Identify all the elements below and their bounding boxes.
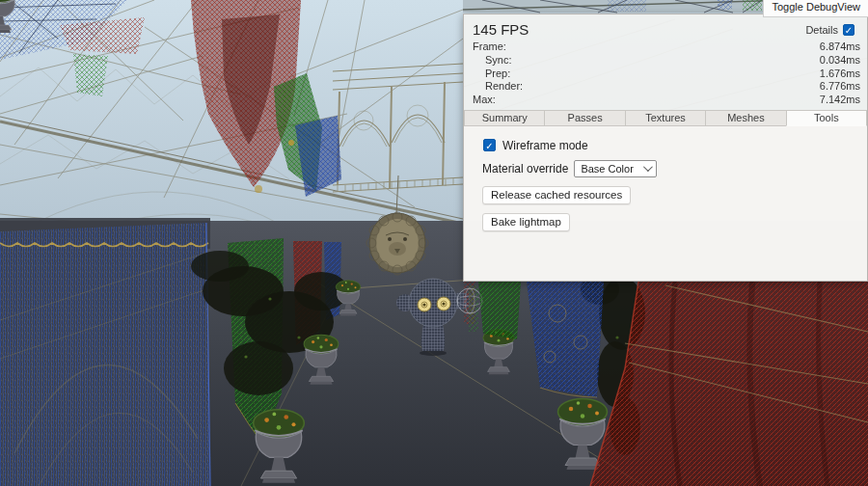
stat-row-render: Render: 6.776ms xyxy=(473,80,860,94)
stat-value: 0.034ms xyxy=(820,54,860,68)
stat-row-max: Max: 7.142ms xyxy=(473,94,860,107)
debug-panel: 145 FPS Details ✓ Frame: 6.874ms Sync: 0… xyxy=(463,14,868,282)
render-viewport[interactable]: Toggle DebugView 145 FPS Details ✓ Frame… xyxy=(0,0,868,486)
stat-value: 6.874ms xyxy=(820,40,860,54)
stat-label: Frame: xyxy=(473,40,506,54)
top-strip-wireframe xyxy=(463,0,791,13)
wireframe-mode-label: Wireframe mode xyxy=(502,139,588,152)
stat-label: Prep: xyxy=(473,68,510,81)
stat-row-prep: Prep: 1.676ms xyxy=(473,68,860,81)
stat-value: 6.776ms xyxy=(820,80,860,94)
bake-lightmap-button[interactable]: Bake lightmap xyxy=(482,213,570,231)
stat-label: Max: xyxy=(473,94,496,107)
stat-value: 7.142ms xyxy=(820,94,860,107)
material-override-select[interactable]: Base Color xyxy=(574,160,657,177)
wireframe-mode-checkbox[interactable]: ✓ xyxy=(483,139,496,151)
stat-row-frame: Frame: 6.874ms xyxy=(473,40,860,54)
toggle-debugview-button[interactable]: Toggle DebugView xyxy=(763,0,868,17)
curtain-green-right xyxy=(478,282,521,339)
stat-label: Render: xyxy=(473,80,523,94)
tools-tab-content: ✓ Wireframe mode Material override Base … xyxy=(464,126,867,281)
tab-meshes[interactable]: Meshes xyxy=(705,110,785,126)
material-override-label: Material override xyxy=(482,162,568,176)
tab-summary[interactable]: Summary xyxy=(464,110,544,126)
tab-tools[interactable]: Tools xyxy=(786,110,867,126)
material-override-row: Material override Base Color xyxy=(482,160,867,177)
tab-passes[interactable]: Passes xyxy=(544,110,624,126)
stat-value: 1.676ms xyxy=(820,68,860,81)
chevron-down-icon xyxy=(643,163,653,173)
fps-counter: 145 FPS xyxy=(473,21,529,38)
frame-stats: Frame: 6.874ms Sync: 0.034ms Prep: 1.676… xyxy=(464,39,867,107)
tab-textures[interactable]: Textures xyxy=(625,110,705,126)
material-override-value: Base Color xyxy=(581,163,633,175)
panel-tabs: Summary Passes Textures Meshes Tools xyxy=(464,110,867,126)
details-label: Details xyxy=(805,24,838,36)
release-cached-resources-button[interactable]: Release cached resources xyxy=(482,186,631,204)
details-toggle[interactable]: Details ✓ xyxy=(805,24,854,36)
curtain-blue-left xyxy=(0,223,210,486)
wireframe-mode-row: ✓ Wireframe mode xyxy=(483,139,867,152)
panel-header: 145 FPS Details ✓ xyxy=(464,14,867,39)
stat-row-sync: Sync: 0.034ms xyxy=(473,54,860,68)
details-checkbox[interactable]: ✓ xyxy=(843,24,854,36)
stat-label: Sync: xyxy=(473,54,512,68)
